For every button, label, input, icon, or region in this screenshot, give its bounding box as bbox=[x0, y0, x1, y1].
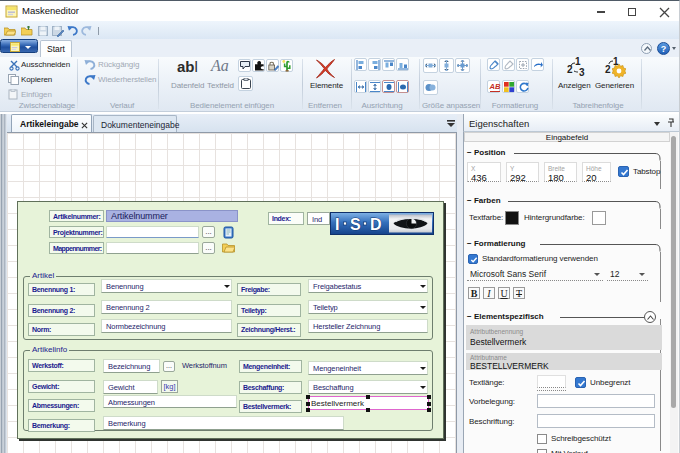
svg-text:D: D bbox=[370, 216, 382, 233]
svg-text:I: I bbox=[335, 216, 339, 233]
svg-text:S: S bbox=[350, 216, 361, 233]
